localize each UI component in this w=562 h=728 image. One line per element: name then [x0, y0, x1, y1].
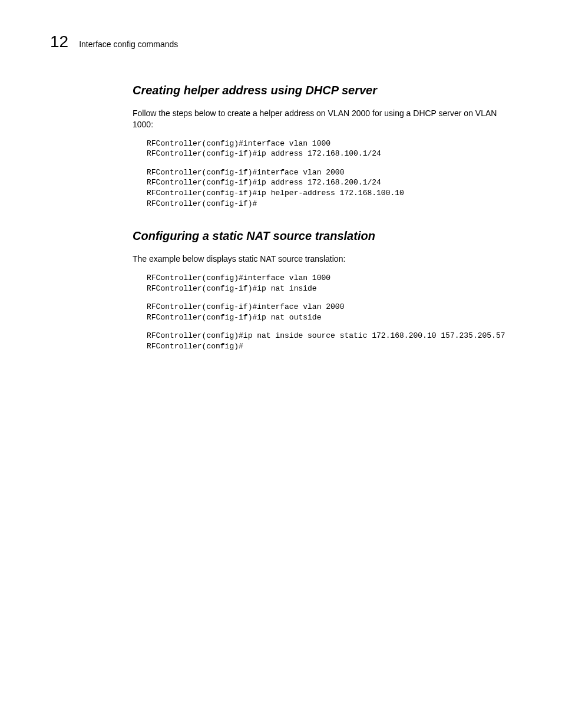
code-block: RFController(config)#interface vlan 1000… [147, 273, 518, 294]
chapter-number: 12 [50, 32, 68, 51]
code-block: RFController(config-if)#interface vlan 2… [147, 302, 518, 322]
code-block: RFController(config-if)#interface vlan 2… [147, 167, 518, 209]
section-intro: The example below displays static NAT so… [133, 253, 518, 265]
section-static-nat: Configuring a static NAT source translat… [133, 229, 518, 351]
document-page: 12 Interface config commands Creating he… [0, 0, 562, 351]
section-heading: Creating helper address using DHCP serve… [133, 84, 518, 97]
code-block: RFController(config)#interface vlan 1000… [147, 139, 518, 159]
code-block: RFController(config)#ip nat inside sourc… [147, 331, 518, 351]
chapter-title: Interface config commands [79, 39, 178, 49]
section-heading: Configuring a static NAT source translat… [133, 229, 518, 243]
section-dhcp-helper: Creating helper address using DHCP serve… [133, 84, 518, 209]
page-header: 12 Interface config commands [50, 32, 518, 51]
section-intro: Follow the steps below to create a helpe… [133, 108, 518, 130]
